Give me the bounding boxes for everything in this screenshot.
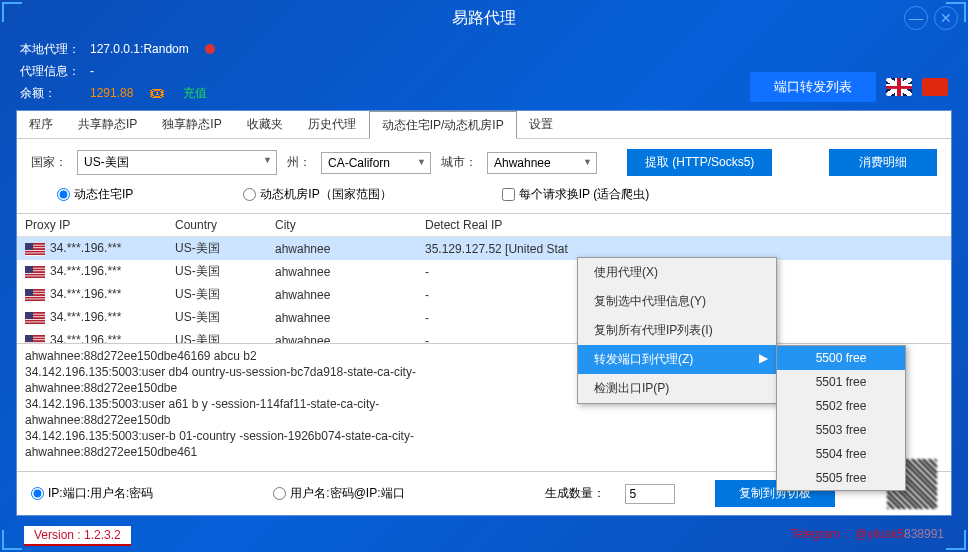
status-dot-icon <box>205 44 215 54</box>
sub-item-5[interactable]: 5505 free <box>777 466 905 490</box>
extract-button[interactable]: 提取 (HTTP/Socks5) <box>627 149 772 176</box>
tab-0[interactable]: 程序 <box>17 111 66 138</box>
state-select[interactable]: CA-Californ <box>321 152 431 174</box>
col-detect: Detect Real IP <box>425 218 943 232</box>
radio-format2[interactable]: 用户名:密码@IP:端口 <box>273 485 404 502</box>
city-label: 城市： <box>441 154 477 171</box>
qty-input[interactable] <box>625 484 675 504</box>
table-row[interactable]: 34.***.196.***US-美国ahwahnee- <box>17 329 951 343</box>
recharge-link[interactable]: 充值 <box>183 85 207 102</box>
col-country: Country <box>175 218 275 232</box>
ticket-icon: 🎟 <box>149 84 165 102</box>
proxy-table: Proxy IP Country City Detect Real IP 34.… <box>17 213 951 343</box>
table-row[interactable]: 34.***.196.***US-美国ahwahnee- <box>17 283 951 306</box>
country-label: 国家： <box>31 154 67 171</box>
port-forward-list-button[interactable]: 端口转发列表 <box>750 72 876 102</box>
version-badge: Version : 1.2.3.2 <box>24 526 131 546</box>
sub-item-1[interactable]: 5501 free <box>777 370 905 394</box>
app-title: 易路代理 <box>452 8 516 29</box>
telegram-info: Telegram： @yilusk5838991 <box>790 526 944 546</box>
balance-value: 1291.88 <box>90 86 133 100</box>
table-row[interactable]: 34.***.196.***US-美国ahwahnee- <box>17 260 951 283</box>
minimize-button[interactable]: — <box>904 6 928 30</box>
flag-us-icon <box>25 243 45 256</box>
ctx-item-4[interactable]: 检测出口IP(P) <box>578 374 776 403</box>
tabs: 程序共享静态IP独享静态IP收藏夹历史代理动态住宅IP/动态机房IP设置 <box>17 111 951 139</box>
tab-3[interactable]: 收藏夹 <box>235 111 296 138</box>
tab-4[interactable]: 历史代理 <box>296 111 369 138</box>
sub-item-2[interactable]: 5502 free <box>777 394 905 418</box>
table-row[interactable]: 34.***.196.***US-美国ahwahnee35.129.127.52… <box>17 237 951 260</box>
flag-us-icon <box>25 312 45 325</box>
context-menu: 使用代理(X)复制选中代理信息(Y)复制所有代理IP列表(I)转发端口到代理(Z… <box>577 257 777 404</box>
local-proxy-label: 本地代理： <box>20 41 80 58</box>
qty-label: 生成数量： <box>545 485 605 502</box>
tab-2[interactable]: 独享静态IP <box>150 111 234 138</box>
ctx-item-1[interactable]: 复制选中代理信息(Y) <box>578 287 776 316</box>
proxy-info-value: - <box>90 64 94 78</box>
col-city: City <box>275 218 425 232</box>
flag-uk-icon[interactable] <box>886 78 912 96</box>
radio-format1[interactable]: IP:端口:用户名:密码 <box>31 485 153 502</box>
table-row[interactable]: 34.***.196.***US-美国ahwahnee- <box>17 306 951 329</box>
flag-us-icon <box>25 266 45 279</box>
proxy-info-label: 代理信息： <box>20 63 80 80</box>
sub-item-0[interactable]: 5500 free <box>777 346 905 370</box>
submenu: 5500 free5501 free5502 free5503 free5504… <box>776 345 906 491</box>
col-ip: Proxy IP <box>25 218 175 232</box>
tab-5[interactable]: 动态住宅IP/动态机房IP <box>369 111 517 139</box>
flag-us-icon <box>25 335 45 343</box>
ctx-item-3[interactable]: 转发端口到代理(Z)▶5500 free5501 free5502 free55… <box>578 345 776 374</box>
close-button[interactable]: ✕ <box>934 6 958 30</box>
flag-cn-icon[interactable] <box>922 78 948 96</box>
city-select[interactable]: Ahwahnee <box>487 152 597 174</box>
consume-detail-button[interactable]: 消费明细 <box>829 149 937 176</box>
balance-label: 余额： <box>20 85 80 102</box>
local-proxy-value: 127.0.0.1:Random <box>90 42 189 56</box>
tab-1[interactable]: 共享静态IP <box>66 111 150 138</box>
check-each-request[interactable]: 每个请求换IP (适合爬虫) <box>502 186 649 203</box>
ctx-item-2[interactable]: 复制所有代理IP列表(I) <box>578 316 776 345</box>
ctx-item-0[interactable]: 使用代理(X) <box>578 258 776 287</box>
state-label: 州： <box>287 154 311 171</box>
tab-6[interactable]: 设置 <box>517 111 566 138</box>
sub-item-4[interactable]: 5504 free <box>777 442 905 466</box>
radio-datacenter[interactable]: 动态机房IP（国家范围） <box>243 186 391 203</box>
flag-us-icon <box>25 289 45 302</box>
radio-residential[interactable]: 动态住宅IP <box>57 186 133 203</box>
country-select[interactable]: US-美国 <box>77 150 277 175</box>
sub-item-3[interactable]: 5503 free <box>777 418 905 442</box>
titlebar: 易路代理 — ✕ <box>0 0 968 36</box>
